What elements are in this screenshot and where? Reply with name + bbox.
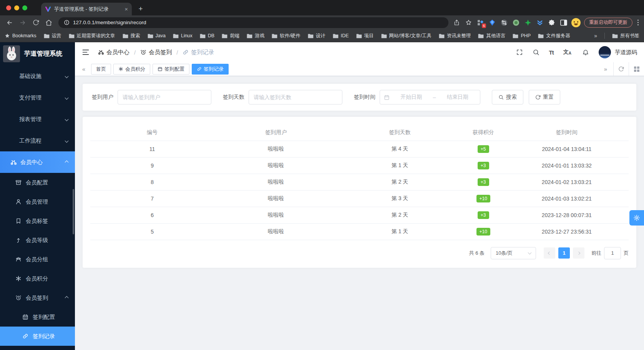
hamburger-menu-icon[interactable] [82, 48, 90, 56]
user-avatar[interactable] [599, 46, 611, 58]
signin-time-range-picker[interactable]: 开始日期 – 结束日期 [380, 90, 480, 105]
sidebar-item-member-points[interactable]: 会员积分 [0, 269, 75, 288]
home-icon[interactable] [43, 17, 55, 28]
sidebar-item-workflow[interactable]: 工作流程 [0, 130, 75, 151]
theme-settings-button[interactable] [629, 210, 644, 226]
notification-bell-icon[interactable] [582, 49, 589, 56]
url-text: 127.0.0.1/member/signin/record [73, 20, 146, 25]
split-screen-icon[interactable] [559, 18, 568, 27]
double-chevron-extension-icon[interactable] [536, 18, 544, 27]
app-logo [3, 45, 20, 62]
bookmark-folder[interactable]: 设计 [308, 33, 325, 39]
sidebar-item-report[interactable]: 报表管理 [0, 108, 75, 130]
command-extension-icon[interactable] [500, 18, 508, 27]
puzzle-extensions-icon[interactable] [548, 18, 556, 27]
goto-page-input[interactable] [604, 247, 621, 259]
bookmark-folder[interactable]: 搜索 [123, 33, 140, 39]
app-logo-row[interactable]: 芋道管理系统 [0, 42, 75, 65]
kite-extension-icon[interactable] [488, 18, 496, 27]
sidebar-item-member-config[interactable]: 会员配置 [0, 173, 75, 192]
share-icon[interactable] [452, 18, 461, 27]
signin-user-label: 签到用户 [92, 94, 113, 101]
tab-home[interactable]: 首页 [91, 64, 111, 75]
bookmark-folder[interactable]: 运营 [44, 33, 61, 39]
search-button[interactable]: 搜索 [492, 90, 523, 105]
chrome-update-button[interactable]: 重新启动即可更新 [584, 18, 632, 28]
username[interactable]: 芋道源码 [615, 49, 637, 56]
bookmark-folder[interactable]: 近期需要读的文章 [69, 33, 115, 39]
forward-icon[interactable] [17, 17, 28, 28]
signin-user-input[interactable] [118, 90, 211, 105]
reset-button[interactable]: 重置 [529, 90, 560, 105]
bookmark-folder[interactable]: 网站/博客/文章/工具 [381, 33, 432, 39]
language-icon[interactable]: 文A [563, 49, 573, 56]
bookmark-folder[interactable]: 文件服务器 [538, 33, 570, 39]
extension-grid-icon[interactable]: 6 [476, 18, 485, 27]
window-close-button[interactable] [6, 5, 11, 10]
link-icon [22, 333, 28, 339]
bookmark-folder[interactable]: 其他语言 [478, 33, 505, 39]
browser-menu-icon[interactable] [636, 20, 640, 25]
refresh-page-icon[interactable] [613, 62, 629, 76]
sidebar-item-signin-config[interactable]: 签到配置 [0, 307, 75, 327]
bookmarks-overflow-icon[interactable]: » [594, 33, 597, 39]
bookmark-folder[interactable]: 资讯未整理 [439, 33, 471, 39]
back-icon[interactable] [4, 17, 15, 28]
layout-grid-icon[interactable] [629, 62, 644, 76]
page-size-select[interactable]: 10条/页 [491, 247, 536, 259]
sidebar-item-member-tag[interactable]: 会员标签 [0, 211, 75, 231]
bookmark-folder[interactable]: Linux [173, 33, 193, 38]
bookmark-folder[interactable]: 游戏 [247, 33, 264, 39]
breadcrumb-member-center[interactable]: 会员中心 [98, 49, 129, 56]
bookmark-star-icon[interactable] [464, 18, 473, 27]
user-icon [15, 199, 22, 205]
sidebar-item-member-signin[interactable]: 会员签到 [0, 288, 75, 307]
search-filter-card: 签到用户 签到天数 签到时间 开始日期 – 结束日期 搜索 [83, 84, 636, 111]
green-dot-extension-icon[interactable] [512, 18, 520, 27]
profile-avatar[interactable] [571, 18, 581, 27]
tab-signin-record[interactable]: 签到记录 [192, 64, 229, 75]
sidebar: 芋道管理系统 基础设施 支付管理 报表管理 工作流程 会员中心 [0, 42, 75, 350]
green-star-extension-icon[interactable] [524, 18, 532, 27]
sidebar-item-member-manage[interactable]: 会员管理 [0, 192, 75, 211]
font-size-icon[interactable]: Tt [549, 49, 554, 56]
bookmark-folder[interactable]: 软件/硬件 [272, 33, 300, 39]
tags-scroll-left-icon[interactable]: « [78, 66, 90, 72]
bookmark-folder[interactable]: DB [200, 33, 214, 38]
window-zoom-button[interactable] [22, 5, 27, 10]
sidebar-item-member-level[interactable]: 会员等级 [0, 231, 75, 250]
search-icon[interactable] [533, 49, 539, 56]
fullscreen-icon[interactable] [516, 49, 523, 56]
folder-icon [44, 33, 50, 38]
sidebar-item-member-group[interactable]: 会员分组 [0, 250, 75, 269]
bookmark-folder[interactable]: 项目 [356, 33, 374, 39]
all-bookmarks[interactable]: 所有书签 [612, 33, 639, 39]
folder-icon [439, 33, 445, 38]
next-page-button[interactable] [573, 247, 584, 259]
current-page[interactable]: 1 [558, 247, 570, 259]
bookmark-folder[interactable]: Java [148, 33, 166, 38]
browser-tab[interactable]: 芋道管理系统 - 签到记录 × [41, 3, 132, 15]
sidebar-item-signin-record[interactable]: 签到记录 [0, 327, 75, 346]
tab-member-points[interactable]: 会员积分 [113, 64, 150, 75]
breadcrumb-member-signin[interactable]: 会员签到 [140, 49, 172, 56]
prev-page-button[interactable] [544, 247, 555, 259]
signin-days-input[interactable] [249, 90, 342, 105]
url-bar[interactable]: 127.0.0.1/member/signin/record [58, 17, 448, 28]
new-tab-button[interactable]: + [135, 3, 146, 15]
tags-scroll-right-icon[interactable]: » [598, 62, 613, 76]
bookmarks-root[interactable]: Bookmarks [5, 33, 37, 38]
bookmark-folder[interactable]: IDE [333, 33, 349, 38]
reload-icon[interactable] [30, 17, 41, 28]
tab-signin-config[interactable]: 签到配置 [153, 64, 189, 75]
bookmark-folder[interactable]: 前端 [222, 33, 239, 39]
sidebar-item-payment[interactable]: 支付管理 [0, 87, 75, 108]
refresh-icon [535, 95, 541, 100]
sidebar-scrollbar[interactable] [73, 189, 74, 234]
sidebar-item-infrastructure[interactable]: 基础设施 [0, 65, 75, 87]
sidebar-item-member-center[interactable]: 会员中心 [0, 151, 75, 173]
admin-app: 芋道管理系统 基础设施 支付管理 报表管理 工作流程 会员中心 [0, 42, 644, 350]
bookmark-folder[interactable]: PHP [513, 33, 531, 38]
window-minimize-button[interactable] [14, 5, 19, 10]
tab-close-icon[interactable]: × [124, 6, 128, 12]
